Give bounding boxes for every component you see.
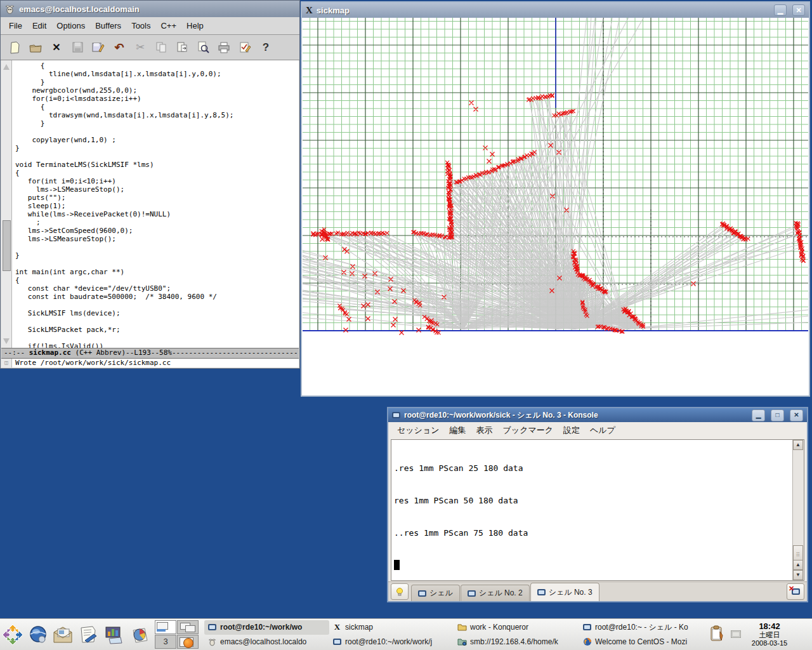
- writer-icon[interactable]: [76, 621, 102, 648]
- scroll-down-button[interactable]: ▼: [793, 570, 803, 580]
- save-as-icon[interactable]: [91, 40, 106, 55]
- tab-terminal-icon: [468, 590, 476, 597]
- clock[interactable]: 18:42 土曜日 2008-03-15: [742, 621, 797, 647]
- taskbar-window-label: root@rde10:~/work/wo: [220, 623, 302, 632]
- close-button[interactable]: ✕: [792, 4, 805, 16]
- menu-session[interactable]: セッション: [393, 423, 443, 437]
- close-button[interactable]: ✕: [790, 409, 803, 421]
- emacs-modeline: --:-- sickmap.cc (C++ Abbrev)--L193--58%…: [1, 348, 299, 359]
- sickmap-titlebar[interactable]: X sickmap ▁ ✕: [302, 3, 809, 18]
- emacs-buffer[interactable]: { tline(wnd,lmsdata[i].x,lmsdata[i].y,0,…: [1, 60, 299, 349]
- menu-settings[interactable]: 設定: [560, 423, 584, 437]
- konsole-icon: [582, 623, 592, 632]
- search-icon[interactable]: [195, 40, 211, 55]
- samba-icon: [457, 637, 467, 647]
- clock-date: 2008-03-15: [742, 639, 797, 647]
- new-session-button[interactable]: [391, 583, 409, 600]
- folder-icon: [457, 623, 467, 632]
- pager-desktop-1[interactable]: 1: [155, 620, 176, 634]
- menu-edit[interactable]: Edit: [28, 19, 51, 32]
- emacs-scrollbar-thumb[interactable]: [3, 220, 11, 271]
- menu-file[interactable]: File: [4, 19, 27, 32]
- taskbar-window-button[interactable]: Xsickmap: [329, 620, 454, 635]
- pager-desktop-3[interactable]: 3: [155, 635, 176, 649]
- system-tray: [709, 625, 741, 644]
- taskbar-window-button[interactable]: root@rde10:~/work/wo: [204, 620, 329, 635]
- customize-icon[interactable]: [237, 40, 252, 55]
- laser-map-canvas[interactable]: [303, 18, 808, 395]
- terminal-cursor: [394, 560, 400, 570]
- save-icon[interactable]: [70, 40, 85, 55]
- taskbar-window-button[interactable]: smb://192.168.4.6/home/k: [454, 635, 579, 649]
- close-buffer-icon[interactable]: ✕: [49, 40, 64, 55]
- konsole-menubar: セッション 編集 表示 ブックマーク 設定 ヘルプ: [388, 422, 807, 438]
- emacs-minibuffer[interactable]: ◫ Wrote /root/work/work/sick/sickmap.cc: [1, 359, 299, 368]
- tab-shell-3[interactable]: シェル No. 3: [530, 583, 599, 601]
- terminal-text[interactable]: .res 1mm PScan 25 180 data res 1mm PScan…: [391, 440, 792, 580]
- print-icon[interactable]: [216, 40, 232, 55]
- terminal-view[interactable]: .res 1mm PScan 25 180 data res 1mm PScan…: [391, 439, 804, 581]
- firefox-mini-icon: [183, 638, 193, 648]
- laser-map-svg: [303, 18, 808, 395]
- minimize-button[interactable]: ▁: [752, 409, 765, 421]
- menu-tools[interactable]: Tools: [127, 19, 155, 32]
- copy-icon[interactable]: [154, 40, 169, 55]
- undo-icon[interactable]: ↶: [112, 40, 127, 55]
- menu-edit[interactable]: 編集: [446, 423, 470, 437]
- firefox-icon: [582, 637, 592, 647]
- menu-help[interactable]: Help: [182, 19, 208, 32]
- maximize-button[interactable]: □: [771, 409, 784, 421]
- taskbar-window-label: root@rde10:~/work/work/j: [345, 637, 432, 646]
- klipper-icon[interactable]: [709, 625, 724, 644]
- taskbar-window-button[interactable]: work - Konqueror: [454, 620, 579, 635]
- cut-icon[interactable]: ✂: [133, 40, 148, 55]
- close-session-button[interactable]: ✕: [787, 583, 804, 600]
- terminal-scrollbar[interactable]: ▲ ▲ ▼: [792, 440, 804, 580]
- tray-applet-icon[interactable]: [731, 629, 741, 640]
- minimize-button[interactable]: ▁: [774, 4, 787, 16]
- menu-view[interactable]: 表示: [473, 423, 497, 437]
- taskbar-window-label: smb://192.168.4.6/home/k: [470, 637, 558, 646]
- tab-terminal-icon: [418, 590, 426, 597]
- konsole-window: root@rde10:~/work/work/sick - シェル No. 3 …: [387, 407, 808, 602]
- presentation-icon[interactable]: [102, 621, 127, 648]
- pie-chart-icon[interactable]: [127, 621, 152, 648]
- menu-help[interactable]: ヘルプ: [586, 423, 619, 437]
- scrollbar-top-marker: [3, 64, 10, 70]
- paste-icon[interactable]: [174, 40, 190, 55]
- open-folder-icon[interactable]: [28, 40, 43, 55]
- taskbar-window-button[interactable]: Welcome to CentOS - Mozi: [579, 635, 704, 649]
- taskbar-window-button[interactable]: root@rde10:~ - シェル - Ko: [579, 620, 704, 635]
- new-file-icon[interactable]: [7, 40, 22, 55]
- taskbar-window-button[interactable]: emacs@localhost.localdo: [204, 635, 329, 649]
- tab-shell-1[interactable]: シェル: [411, 585, 460, 601]
- x11-icon: X: [306, 5, 313, 16]
- centos-menu-icon[interactable]: [0, 621, 25, 648]
- window-list: root@rde10:~/work/woemacs@localhost.loca…: [204, 620, 704, 649]
- scroll-up-button[interactable]: ▲: [793, 440, 803, 450]
- pager-desktop-4[interactable]: 4: [177, 635, 199, 649]
- taskbar-window-button[interactable]: root@rde10:~/work/work/j: [329, 635, 454, 649]
- taskbar-window-label: emacs@localhost.localdo: [220, 637, 306, 646]
- konsole-title: root@rde10:~/work/work/sick - シェル No. 3 …: [404, 410, 598, 421]
- emacs-scrollbar[interactable]: [1, 60, 12, 349]
- mail-icon[interactable]: [51, 621, 76, 648]
- taskbar-window-label: Welcome to CentOS - Mozi: [595, 637, 687, 646]
- taskbar-window-label: work - Konqueror: [470, 623, 528, 632]
- taskbar-window-label: sickmap: [345, 623, 373, 632]
- clock-time: 18:42: [742, 621, 797, 631]
- menu-buffers[interactable]: Buffers: [91, 19, 126, 32]
- emacs-titlebar[interactable]: emacs@localhost.localdomain: [1, 1, 299, 17]
- help-icon[interactable]: ?: [258, 40, 273, 55]
- browser-globe-icon[interactable]: [25, 621, 51, 648]
- tab-shell-2[interactable]: シェル No. 2: [461, 585, 530, 601]
- emacs-gnu-icon: [207, 637, 217, 647]
- konsole-titlebar[interactable]: root@rde10:~/work/work/sick - シェル No. 3 …: [388, 408, 807, 422]
- code-text[interactable]: { tline(wnd,lmsdata[i].x,lmsdata[i].y,0,…: [12, 60, 299, 349]
- menu-options[interactable]: Options: [52, 19, 89, 32]
- emacs-menubar: File Edit Options Buffers Tools C++ Help: [1, 17, 299, 35]
- menu-bookmarks[interactable]: ブックマーク: [499, 423, 558, 437]
- scroll-up-button-2[interactable]: ▲: [793, 560, 803, 570]
- menu-cpp[interactable]: C++: [156, 19, 181, 32]
- pager-desktop-2[interactable]: 2: [177, 620, 199, 634]
